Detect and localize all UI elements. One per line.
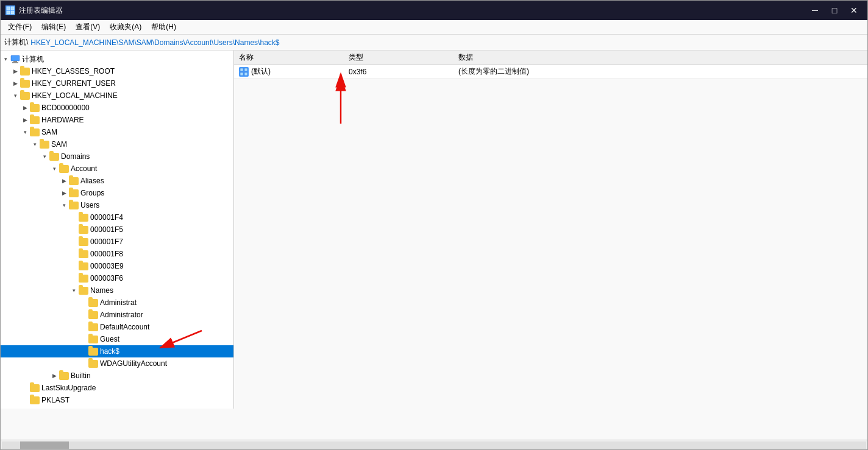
menu-favorites[interactable]: 收藏夹(A) — [105, 21, 146, 33]
tree-row-builtin[interactable]: ▶ Builtin — [1, 370, 233, 382]
tree-label-domains: Domains — [61, 152, 90, 161]
tree-row-hardware[interactable]: ▶ HARDWARE — [1, 114, 233, 126]
expand-local-machine[interactable]: ▾ — [10, 91, 20, 100]
expand-account[interactable]: ▾ — [49, 164, 59, 174]
scrollbar-track[interactable] — [2, 441, 866, 449]
folder-icon-pklast — [30, 395, 40, 405]
tree-label-builtin: Builtin — [71, 371, 91, 380]
scrollbar-thumb[interactable] — [20, 441, 69, 449]
menu-file[interactable]: 文件(F) — [3, 21, 37, 33]
tree-row-current-user[interactable]: ▶ HKEY_CURRENT_USER — [1, 77, 233, 90]
folder-icon-e9 — [79, 261, 88, 271]
expand-hardware[interactable]: ▶ — [20, 115, 30, 125]
tree-row-sam-sub[interactable]: ▾ SAM — [1, 138, 233, 150]
expand-aliases[interactable]: ▶ — [59, 176, 69, 186]
tree-row-classes-root[interactable]: ▶ HKEY_CLASSES_ROOT — [1, 65, 233, 77]
folder-icon-current-user — [20, 79, 30, 88]
computer-icon — [10, 54, 20, 64]
maximize-button[interactable]: □ — [826, 4, 843, 16]
tree-row-user-f7[interactable]: ▶ 000001F7 — [1, 236, 233, 248]
expand-domains[interactable]: ▾ — [40, 152, 49, 161]
menu-view[interactable]: 查看(V) — [71, 21, 105, 33]
detail-arrow-overlay — [234, 51, 867, 440]
tree-row-user-f6[interactable]: ▶ 000003F6 — [1, 272, 233, 284]
tree-row-user-e9[interactable]: ▶ 000003E9 — [1, 260, 233, 272]
main-content: ▾ 计算机 ▶ HKEY_CLASSES_ROOT — [1, 51, 867, 440]
tree-label-bcd: BCD00000000 — [41, 104, 90, 112]
tree-label-users: Users — [80, 201, 99, 209]
col-header-data: 数据 — [458, 52, 863, 63]
svg-rect-1 — [11, 7, 14, 10]
tree-row-user-f5[interactable]: ▶ 000001F5 — [1, 223, 233, 236]
expand-names[interactable]: ▾ — [69, 286, 79, 295]
folder-icon-names — [79, 286, 88, 295]
tree-row-wdag[interactable]: ▶ WDAGUtilityAccount — [1, 357, 233, 370]
expand-sam-root[interactable]: ▾ — [20, 127, 30, 137]
folder-icon-classes-root — [20, 66, 30, 76]
bottom-scrollbar[interactable] — [1, 440, 867, 449]
folder-icon-f6 — [79, 273, 88, 283]
menu-edit[interactable]: 编辑(E) — [37, 21, 71, 33]
tree-row-lastsku[interactable]: ▶ LastSkuUpgrade — [1, 382, 233, 394]
tree-row-account[interactable]: ▾ Account — [1, 163, 233, 175]
tree-row-users[interactable]: ▾ Users — [1, 199, 233, 211]
app-icon — [5, 5, 15, 15]
detail-header: 名称 类型 数据 — [234, 51, 867, 65]
minimize-button[interactable]: ─ — [806, 4, 824, 16]
svg-rect-0 — [7, 7, 10, 10]
tree-row-local-machine[interactable]: ▾ HKEY_LOCAL_MACHINE — [1, 90, 233, 102]
menu-help[interactable]: 帮助(H) — [146, 21, 181, 33]
tree-row-guest[interactable]: ▶ Guest — [1, 333, 233, 345]
folder-icon-bcd — [30, 103, 40, 113]
expand-computer[interactable]: ▾ — [1, 54, 10, 64]
col-header-name: 名称 — [239, 52, 349, 63]
svg-rect-12 — [244, 72, 247, 76]
tree-row-computer[interactable]: ▾ 计算机 — [1, 53, 233, 65]
tree-label-wdag: WDAGUtilityAccount — [100, 359, 167, 368]
expand-classes-root[interactable]: ▶ — [10, 66, 20, 76]
svg-rect-9 — [240, 68, 243, 71]
expand-groups[interactable]: ▶ — [59, 188, 69, 198]
expand-users[interactable]: ▾ — [59, 200, 69, 210]
tree-label-aliases: Aliases — [80, 177, 104, 185]
detail-cell-name: (默认) — [239, 66, 349, 77]
tree-row-administrat[interactable]: ▶ Administrat — [1, 297, 233, 309]
expand-builtin[interactable]: ▶ — [49, 371, 59, 381]
folder-icon-wdag — [88, 359, 98, 368]
folder-icon-sam-sub — [40, 139, 49, 149]
expand-bcd[interactable]: ▶ — [20, 103, 30, 113]
detail-wrapper: 名称 类型 数据 — [234, 51, 867, 440]
tree-row-bcd[interactable]: ▶ BCD00000000 — [1, 102, 233, 114]
tree-row-hack[interactable]: ▶ hack$ — [1, 345, 233, 357]
folder-icon-f4 — [79, 213, 88, 222]
close-button[interactable]: ✕ — [845, 4, 863, 16]
tree-row-aliases[interactable]: ▶ Aliases — [1, 175, 233, 187]
tree-row-user-f8[interactable]: ▶ 000001F8 — [1, 248, 233, 260]
tree-label-computer: 计算机 — [22, 54, 44, 65]
tree-row-user-f4[interactable]: ▶ 000001F4 — [1, 211, 233, 223]
folder-icon-f7 — [79, 237, 88, 247]
folder-icon-administrator — [88, 310, 98, 320]
folder-icon-domains — [49, 152, 59, 161]
tree-row-administrator[interactable]: ▶ Administrator — [1, 309, 233, 321]
tree-panel[interactable]: ▾ 计算机 ▶ HKEY_CLASSES_ROOT — [1, 51, 234, 409]
detail-row-default[interactable]: (默认) 0x3f6 (长度为零的二进制值) — [234, 65, 867, 79]
tree-label-f8: 000001F8 — [90, 250, 123, 258]
svg-rect-5 — [13, 61, 17, 62]
address-prefix: 计算机\ — [4, 37, 28, 47]
tree-row-names[interactable]: ▾ Names — [1, 284, 233, 297]
folder-icon-aliases — [69, 176, 79, 186]
expand-current-user[interactable]: ▶ — [10, 79, 20, 88]
tree-row-groups[interactable]: ▶ Groups — [1, 187, 233, 199]
window-title: 注册表编辑器 — [19, 5, 63, 16]
tree-row-sam-root[interactable]: ▾ SAM — [1, 126, 233, 138]
tree-label-f7: 000001F7 — [90, 237, 123, 246]
tree-label-lastsku: LastSkuUpgrade — [41, 384, 96, 392]
tree-row-pklast[interactable]: ▶ PKLAST — [1, 394, 233, 406]
title-bar-left: 注册表编辑器 — [5, 5, 63, 16]
tree-label-e9: 000003E9 — [90, 262, 124, 270]
tree-row-defaultaccount[interactable]: ▶ DefaultAccount — [1, 321, 233, 333]
expand-sam-sub[interactable]: ▾ — [30, 139, 40, 149]
tree-row-domains[interactable]: ▾ Domains — [1, 150, 233, 163]
tree-label-classes-root: HKEY_CLASSES_ROOT — [32, 67, 115, 76]
